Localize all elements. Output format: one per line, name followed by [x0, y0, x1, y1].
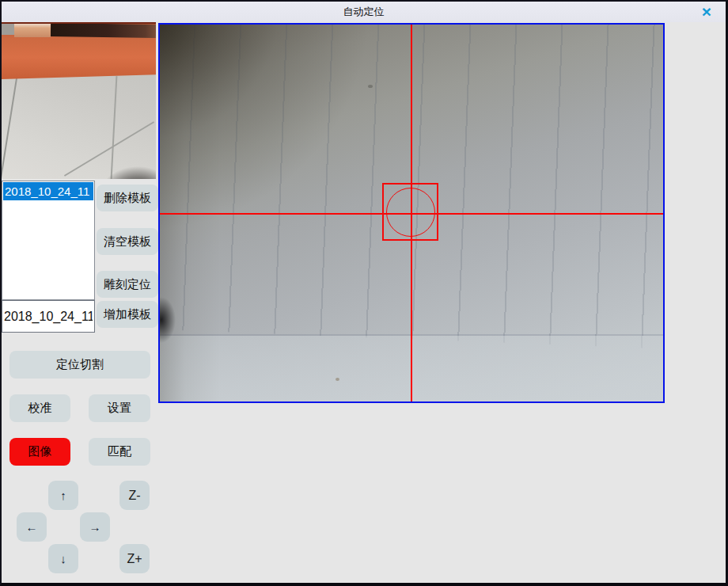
- template-list[interactable]: 2018_10_24_11: [2, 181, 95, 300]
- template-thumbnail: [2, 22, 156, 179]
- thumbnail-gray-block: [2, 23, 14, 35]
- jog-down-button[interactable]: ↓: [48, 544, 78, 573]
- add-template-button[interactable]: 增加模板: [97, 301, 158, 328]
- delete-template-button[interactable]: 删除模板: [97, 185, 158, 211]
- target-circle: [386, 188, 435, 237]
- auto-position-window: 自动定位 × 2018_10_24_11 删除模板 清空模板 雕刻定位 增加模板…: [0, 0, 728, 586]
- engrave-position-button[interactable]: 雕刻定位: [97, 271, 158, 298]
- thumbnail-top-edge: [2, 22, 156, 24]
- jog-up-button[interactable]: ↑: [48, 481, 78, 510]
- camera-smudge: [336, 378, 339, 381]
- template-list-item[interactable]: 2018_10_24_11: [3, 182, 93, 200]
- jog-right-button[interactable]: →: [80, 512, 110, 542]
- close-icon[interactable]: ×: [697, 2, 716, 21]
- match-button[interactable]: 匹配: [89, 438, 150, 466]
- template-name-input[interactable]: [2, 300, 95, 333]
- thumbnail-tile-line: [2, 77, 17, 179]
- thumbnail-tile-line: [111, 76, 118, 179]
- thumbnail-tan-block: [14, 23, 51, 37]
- camera-view[interactable]: [158, 23, 665, 403]
- image-button[interactable]: 图像: [9, 438, 70, 466]
- jog-left-button[interactable]: ←: [17, 512, 47, 542]
- clear-templates-button[interactable]: 清空模板: [97, 228, 158, 255]
- position-cut-button[interactable]: 定位切割: [9, 351, 150, 379]
- z-minus-button[interactable]: Z-: [119, 481, 150, 510]
- titlebar[interactable]: 自动定位 ×: [2, 2, 726, 22]
- settings-button[interactable]: 设置: [89, 394, 150, 422]
- camera-smudge: [368, 85, 373, 88]
- thumbnail-dark-band: [51, 23, 156, 38]
- z-plus-button[interactable]: Z+: [119, 544, 150, 573]
- window-title: 自动定位: [2, 2, 726, 22]
- thumbnail-dark-object: [98, 166, 156, 179]
- calibrate-button[interactable]: 校准: [9, 394, 70, 422]
